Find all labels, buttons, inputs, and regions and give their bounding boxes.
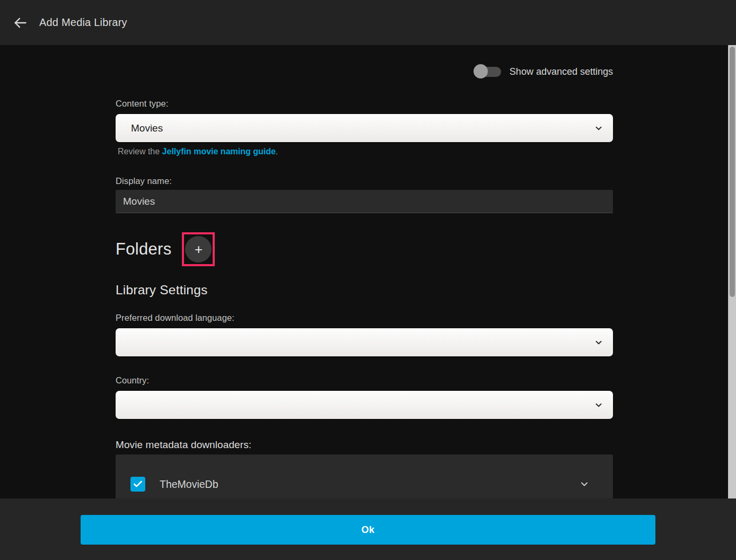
display-name-label: Display name: bbox=[116, 176, 172, 186]
ok-button[interactable]: Ok bbox=[81, 515, 655, 545]
metadata-downloaders-label: Movie metadata downloaders: bbox=[116, 439, 251, 451]
plus-icon: + bbox=[195, 242, 203, 256]
themoviedb-checkbox[interactable] bbox=[130, 477, 145, 492]
chevron-down-icon bbox=[594, 338, 603, 347]
country-label: Country: bbox=[116, 375, 149, 386]
advanced-settings-label: Show advanced settings bbox=[510, 66, 613, 77]
display-name-input[interactable] bbox=[116, 190, 613, 213]
add-folder-highlight-box: + bbox=[182, 232, 215, 266]
chevron-down-icon bbox=[594, 400, 603, 410]
page-title: Add Media Library bbox=[39, 16, 127, 29]
naming-guide-link[interactable]: Jellyfin movie naming guide bbox=[162, 147, 276, 156]
scrollbar-thumb[interactable] bbox=[730, 47, 735, 297]
app-header: Add Media Library bbox=[0, 0, 736, 45]
chevron-down-icon[interactable] bbox=[579, 479, 590, 489]
checkmark-icon bbox=[133, 479, 143, 489]
preferred-language-select[interactable] bbox=[116, 328, 613, 356]
back-arrow-icon[interactable] bbox=[8, 11, 32, 34]
downloader-name: TheMovieDb bbox=[160, 478, 218, 491]
metadata-downloaders-card: TheMovieDb bbox=[116, 454, 613, 498]
footer-bar: Ok bbox=[0, 498, 736, 560]
country-select[interactable] bbox=[116, 391, 613, 419]
content-type-label: Content type: bbox=[116, 99, 168, 109]
downloader-row-themoviedb[interactable]: TheMovieDb bbox=[116, 469, 613, 498]
toggle-knob bbox=[474, 64, 488, 78]
folders-section: Folders + bbox=[116, 232, 215, 266]
library-settings-heading: Library Settings bbox=[116, 283, 207, 298]
content-area: Show advanced settings Content type: Mov… bbox=[0, 45, 728, 498]
advanced-settings-row: Show advanced settings bbox=[474, 65, 613, 78]
folders-heading: Folders bbox=[116, 240, 171, 259]
naming-guide-helper: Review the Jellyfin movie naming guide. bbox=[118, 147, 278, 156]
helper-suffix: . bbox=[276, 147, 278, 156]
scrollbar-track[interactable] bbox=[728, 45, 736, 498]
chevron-down-icon bbox=[594, 124, 603, 133]
content-type-value: Movies bbox=[131, 122, 163, 134]
preferred-language-label: Preferred download language: bbox=[116, 313, 234, 323]
helper-prefix: Review the bbox=[118, 147, 162, 156]
content-type-select[interactable]: Movies bbox=[116, 114, 613, 142]
advanced-settings-toggle[interactable] bbox=[474, 65, 501, 78]
add-folder-button[interactable]: + bbox=[185, 236, 212, 262]
